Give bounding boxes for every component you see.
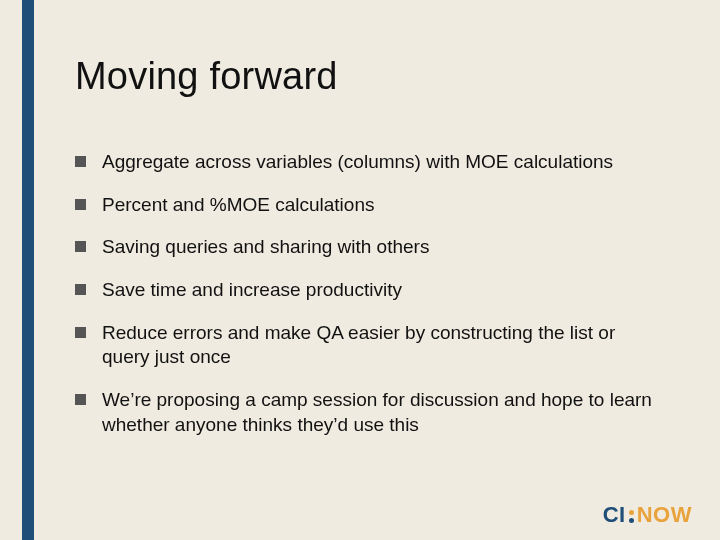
bullet-text: Save time and increase productivity bbox=[102, 278, 665, 303]
bullet-icon bbox=[75, 284, 86, 295]
bullet-text: We’re proposing a camp session for discu… bbox=[102, 388, 665, 437]
list-item: Saving queries and sharing with others bbox=[75, 235, 665, 260]
slide-title: Moving forward bbox=[75, 55, 665, 98]
bullet-icon bbox=[75, 199, 86, 210]
list-item: Aggregate across variables (columns) wit… bbox=[75, 150, 665, 175]
logo: CI NOW bbox=[603, 502, 692, 528]
bullet-icon bbox=[75, 156, 86, 167]
list-item: Reduce errors and make QA easier by cons… bbox=[75, 321, 665, 370]
bullet-text: Saving queries and sharing with others bbox=[102, 235, 665, 260]
logo-ci: CI bbox=[603, 502, 626, 528]
slide-content: Moving forward Aggregate across variable… bbox=[75, 55, 665, 456]
bullet-list: Aggregate across variables (columns) wit… bbox=[75, 150, 665, 438]
bullet-icon bbox=[75, 394, 86, 405]
bullet-icon bbox=[75, 327, 86, 338]
list-item: We’re proposing a camp session for discu… bbox=[75, 388, 665, 437]
accent-bar bbox=[22, 0, 34, 540]
bullet-icon bbox=[75, 241, 86, 252]
bullet-text: Aggregate across variables (columns) wit… bbox=[102, 150, 665, 175]
list-item: Save time and increase productivity bbox=[75, 278, 665, 303]
bullet-text: Reduce errors and make QA easier by cons… bbox=[102, 321, 665, 370]
logo-dots-icon bbox=[629, 510, 634, 523]
list-item: Percent and %MOE calculations bbox=[75, 193, 665, 218]
logo-now: NOW bbox=[637, 502, 692, 528]
bullet-text: Percent and %MOE calculations bbox=[102, 193, 665, 218]
